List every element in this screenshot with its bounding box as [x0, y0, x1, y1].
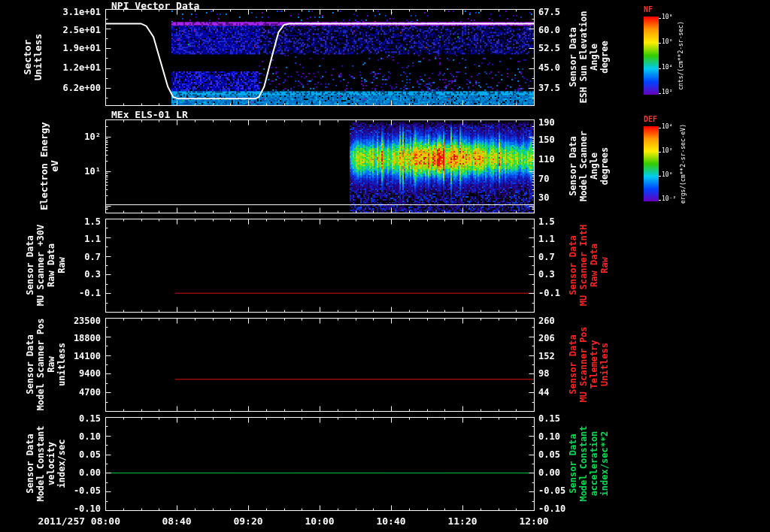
p4-left-tick-3: 9400 [79, 369, 101, 379]
p4-right-tick-3: 98 [538, 369, 549, 379]
p3-right-tick-1: 1.1 [538, 234, 555, 244]
x-axis-tick-label-3: 10:40 [376, 516, 405, 526]
p4-left-tick-4: 4700 [79, 388, 101, 397]
p3-right-tick-3: 0.3 [538, 270, 555, 280]
p5-left-tick-3: 0.00 [79, 468, 101, 478]
tplot-window: NPI Vector Data MEx ELS-01 LR 3.1e+012.5… [0, 0, 770, 532]
p1-left-tick-0: 3.1e+01 [62, 8, 101, 17]
p3-left-tick-4: -0.1 [79, 289, 101, 298]
p4-right-tick-1: 206 [538, 334, 555, 343]
p3-left-tick-1: 1.1 [84, 234, 101, 244]
p5-y-axis-label: Sensor Data Model Constant velocity inde… [25, 425, 67, 501]
x-axis-tick-label-0: 08:40 [162, 516, 191, 526]
x-axis-tick-label-4: 11:20 [447, 516, 477, 526]
p5-left-tick-5: -0.10 [74, 504, 101, 514]
p3-right-tick-2: 0.7 [538, 252, 555, 262]
p2-right-tick-2: 110 [538, 155, 555, 165]
p1-right-tick-0: 67.5 [538, 8, 560, 17]
p1-right-axis-label: Sensor Data ESH Sun Elevation Angle degr… [568, 11, 610, 104]
p4-y-axis-label: Sensor Data Model Scanner Pos Raw unitle… [25, 319, 67, 411]
p4-right-tick-0: 260 [538, 316, 555, 326]
p1-right-tick-3: 45.0 [538, 63, 560, 73]
panel2-title: MEx ELS-01 LR [111, 109, 188, 120]
p2-colorbar-tick-3: 10⁻² [662, 195, 676, 202]
p2-right-tick-3: 70 [538, 174, 549, 184]
p3-right-tick-0: 1.5 [538, 217, 555, 227]
p5-left-tick-4: -0.05 [74, 486, 101, 496]
p1-y-axis-label: Sector Unitless [23, 34, 44, 81]
plot-canvas [0, 0, 770, 532]
p5-left-tick-1: 0.10 [79, 432, 101, 442]
p5-right-tick-5: -0.10 [538, 504, 565, 514]
p1-right-tick-2: 52.5 [538, 44, 560, 53]
p5-right-tick-3: 0.00 [538, 468, 560, 478]
p1-colorbar-tick-2: 10⁴ [662, 64, 672, 71]
p5-right-tick-4: -0.05 [538, 486, 565, 496]
p2-left-tick-1: 10¹ [84, 167, 101, 177]
p2-y-axis-label: Electron Energy eV [39, 122, 60, 210]
p5-left-tick-2: 0.05 [79, 450, 101, 460]
p1-left-tick-4: 6.2e+00 [62, 83, 101, 93]
p5-right-axis-label: Sensor Data Model Constant acceleration … [568, 425, 610, 501]
p4-right-tick-2: 152 [538, 352, 555, 361]
x-axis-tick-label-1: 09:20 [233, 516, 262, 526]
p2-right-tick-0: 190 [538, 118, 555, 128]
p1-colorbar-unit: cnts/(cm**2-sr-sec) [678, 21, 684, 90]
p5-right-tick-2: 0.05 [538, 450, 560, 460]
p1-colorbar-label: NF [644, 5, 653, 14]
p2-colorbar-tick-2: 10⁰ [662, 171, 672, 178]
p5-right-tick-1: 0.10 [538, 432, 560, 442]
p1-right-tick-1: 60.0 [538, 26, 560, 35]
p1-right-tick-4: 37.5 [538, 83, 560, 93]
p4-left-tick-0: 23500 [74, 316, 101, 326]
p4-left-tick-1: 18800 [74, 334, 101, 343]
p2-colorbar-tick-1: 10² [662, 147, 672, 154]
p1-left-tick-3: 1.2e+01 [62, 63, 101, 73]
p4-left-tick-2: 14100 [74, 352, 101, 361]
p3-right-tick-4: -0.1 [538, 289, 560, 298]
p1-left-tick-1: 2.5e+01 [62, 26, 101, 35]
p2-colorbar-label: DEF [644, 114, 657, 124]
p4-right-tick-4: 44 [538, 388, 549, 397]
panel1-title: NPI Vector Data [111, 0, 199, 11]
p3-y-axis-label: Sensor Data MU Scanner +30V Raw Data Raw [25, 225, 67, 306]
p3-left-tick-3: 0.3 [84, 270, 101, 280]
x-axis-tick-label-5: 12:00 [519, 516, 548, 526]
p1-colorbar-tick-3: 10² [662, 89, 672, 95]
p4-right-axis-label: Sensor Data MU Scanner Pos Telemetry Uni… [568, 326, 610, 402]
p5-right-tick-0: 0.15 [538, 414, 560, 424]
p3-right-axis-label: Sensor Data MU Scanner IntH Raw Data Raw [568, 225, 610, 306]
p5-left-tick-0: 0.15 [79, 414, 101, 424]
p2-left-tick-0: 10² [84, 132, 101, 142]
x-axis-tick-label-2: 10:00 [305, 516, 334, 526]
p2-right-axis-label: Sensor Data Model Scanner Angle degrees [568, 131, 610, 201]
p1-colorbar-tick-1: 10⁶ [662, 38, 672, 45]
p1-left-tick-2: 1.9e+01 [62, 44, 101, 53]
p2-right-tick-1: 150 [538, 135, 555, 145]
p2-right-tick-4: 30 [538, 193, 549, 203]
p1-colorbar-tick-0: 10⁸ [662, 14, 672, 20]
p2-colorbar-tick-0: 10⁴ [662, 123, 672, 130]
p3-left-tick-2: 0.7 [84, 252, 101, 262]
p3-left-tick-0: 1.5 [84, 217, 101, 227]
x-axis-date-label: 2011/257 08:00 [38, 516, 120, 526]
p2-colorbar-unit: ergs/(cm**2-sr-sec-eV) [680, 124, 687, 204]
